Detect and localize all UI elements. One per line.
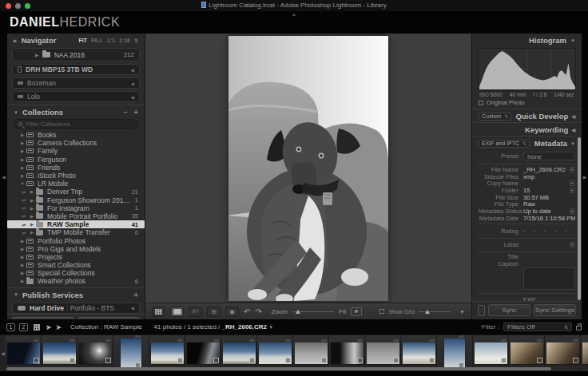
filmstrip-thumbnail[interactable]	[545, 335, 581, 371]
filmstrip-thumbnail[interactable]	[509, 335, 545, 371]
collection-row[interactable]: ⇄ ▶ Denver Trip 21	[7, 188, 145, 196]
zoom-fit-button[interactable]: FIT	[79, 38, 88, 43]
expand-icon[interactable]: ▶	[28, 222, 36, 227]
navigator-header[interactable]: ▶ Navigator FIT FILL 1:1 1:16 ⇅	[7, 34, 145, 46]
expand-icon[interactable]: ▶	[18, 247, 26, 251]
zoom-ratio-button[interactable]: 1:16	[119, 38, 130, 43]
collection-row[interactable]: ⇄ ▶ Ferguson	[7, 156, 145, 164]
histogram-chart[interactable]	[478, 48, 576, 91]
grid-view-button[interactable]	[152, 307, 165, 317]
filter-collections-input[interactable]: Filter Collections	[14, 119, 138, 129]
collection-row[interactable]: ⇄ ▶ RAW Sample 41	[7, 220, 145, 228]
filmstrip-thumbnail[interactable]	[473, 335, 509, 371]
filmstrip-thumbnail[interactable]	[329, 335, 365, 371]
thumbnail-image[interactable]	[259, 342, 292, 364]
thumbnail-image[interactable]	[43, 342, 76, 364]
survey-view-button[interactable]: ⊞	[207, 307, 220, 317]
expand-icon[interactable]: ▶	[18, 271, 26, 275]
navigate-overlay-icon[interactable]	[351, 307, 362, 316]
expand-icon[interactable]: ▶	[18, 148, 26, 153]
expand-icon[interactable]: ▶	[28, 214, 36, 219]
rotate-right-button[interactable]: ↷	[255, 307, 261, 316]
grid-size-slider[interactable]	[419, 311, 451, 312]
original-photo-checkbox[interactable]	[479, 101, 483, 105]
thumbnail-image[interactable]	[444, 338, 465, 369]
back-arrow-icon[interactable]: ➤	[46, 323, 52, 331]
collection-plus-button[interactable]: +	[133, 108, 138, 117]
go-to-grid-icon[interactable]	[34, 324, 40, 330]
show-grid-checkbox[interactable]	[379, 309, 384, 314]
publish-plus-button[interactable]: +	[133, 291, 138, 299]
collection-row[interactable]: ⇄ ▶ Ferguson Showroom 2016... 1	[7, 196, 145, 204]
collection-row[interactable]: ⇄ ▶ Projects	[7, 253, 145, 261]
forward-arrow-icon[interactable]: ➤	[56, 323, 62, 331]
keywording-header[interactable]: Keywording ◀	[472, 122, 582, 136]
thumbnail-image[interactable]	[475, 342, 507, 364]
expand-icon[interactable]: ▶	[18, 157, 26, 162]
collapse-top-panel-icon[interactable]: ▲	[292, 12, 296, 17]
collection-row[interactable]: ⇄ ▶ Portfolio Photos	[7, 236, 145, 244]
selected-photo-dog-on-couch[interactable]	[228, 36, 388, 301]
thumbnail-image[interactable]	[223, 342, 256, 364]
filmstrip-thumbnail[interactable]	[401, 335, 437, 371]
filmstrip-thumbnail[interactable]	[42, 335, 77, 371]
filmstrip-thumbnail[interactable]	[581, 335, 588, 371]
zoom-1-1-button[interactable]: 1:1	[107, 38, 115, 43]
sync-settings-button[interactable]: Sync Settings	[534, 304, 576, 316]
collections-header[interactable]: ▼ Collections − +	[7, 105, 145, 118]
filmstrip-thumbnail[interactable]	[6, 335, 42, 371]
quick-develop-header[interactable]: Custom ⇅ Quick Develop ◀	[472, 109, 582, 122]
expand-icon[interactable]: ▶	[18, 165, 26, 170]
volume-row[interactable]: Bozeman ◀	[12, 77, 140, 89]
collection-row[interactable]: ⇄ ▶ Mobile Portrait Portfolio 35	[7, 212, 145, 220]
filmstrip-scrollbar[interactable]	[6, 367, 551, 370]
collection-row[interactable]: ⇄ ▶ TMP Mobile Transfer 0	[7, 228, 145, 236]
thumbnail-image[interactable]	[367, 342, 399, 364]
filmstrip-thumbnail[interactable]	[113, 335, 149, 371]
thumbnail-image[interactable]	[403, 342, 435, 364]
expand-icon[interactable]: ▶	[28, 189, 36, 194]
left-panel-collapse-strip[interactable]: ◀	[0, 34, 7, 319]
zoom-fill-button[interactable]: FILL	[91, 38, 103, 43]
autosync-toggle[interactable]	[478, 305, 485, 316]
zoom-slider[interactable]	[292, 311, 334, 312]
thumbnail-image[interactable]	[331, 342, 364, 364]
sync-button[interactable]: Sync	[488, 304, 530, 316]
thumbnail-image[interactable]	[151, 342, 184, 364]
thumbnail-image[interactable]	[546, 342, 579, 364]
expand-icon[interactable]: ▶	[18, 239, 26, 243]
rating-stars[interactable]: · · · · ·	[523, 228, 575, 235]
toolbar-options-icon[interactable]: ▼	[459, 309, 465, 315]
thumbnail-image[interactable]	[7, 342, 40, 364]
collection-row[interactable]: ⇄ ▶ Pro Gigs and Models	[7, 245, 145, 253]
filmstrip-thumbnail[interactable]	[293, 335, 329, 371]
people-view-button[interactable]: ◉	[225, 307, 239, 317]
thumbnail-image[interactable]	[295, 342, 328, 364]
filmstrip-thumbnail[interactable]	[365, 335, 401, 371]
expand-icon[interactable]: ▶	[28, 198, 36, 203]
caption-input[interactable]	[523, 267, 575, 290]
collection-row[interactable]: ⇄ ▶ Family	[7, 147, 145, 155]
collection-row[interactable]: ⇄ ▶ Camera Collections	[7, 139, 145, 147]
collection-minus-button[interactable]: −	[123, 108, 128, 117]
metadata-header[interactable]: EXIF and IPTC ⇅ Metadata ▼	[472, 136, 582, 149]
rotate-left-button[interactable]: ↶	[244, 307, 250, 316]
expand-icon[interactable]: ▶	[18, 263, 26, 267]
filmstrip-thumbnail[interactable]	[437, 335, 473, 371]
thumbnail-image[interactable]	[582, 342, 588, 364]
filmstrip-selection[interactable]: 41 photos / 1 selected / _RH_2606.CR2 ▼	[154, 323, 274, 330]
collection-row[interactable]: ⇄ ▶ Books	[7, 131, 145, 139]
folder-row[interactable]: ▶ NAA 2016 212	[13, 49, 139, 61]
filter-dropdown[interactable]: Filters Off ⇅	[503, 323, 572, 331]
expand-icon[interactable]: ▶	[28, 230, 36, 235]
expand-icon[interactable]: ▼	[18, 181, 26, 186]
metadata-preset-dropdown[interactable]: None	[523, 152, 575, 160]
expand-icon[interactable]: ▶	[18, 173, 26, 178]
collection-row[interactable]: ⇄ ▶ Friends	[7, 164, 145, 172]
thumbnail-image[interactable]	[187, 342, 220, 364]
filmstrip-thumbnail[interactable]	[149, 335, 185, 371]
filter-lock-icon[interactable]	[576, 326, 582, 330]
right-panel-collapse-strip[interactable]: ▶	[582, 34, 588, 319]
export-button[interactable]: Export...	[78, 317, 141, 319]
filmstrip-thumbnail[interactable]	[257, 335, 293, 371]
